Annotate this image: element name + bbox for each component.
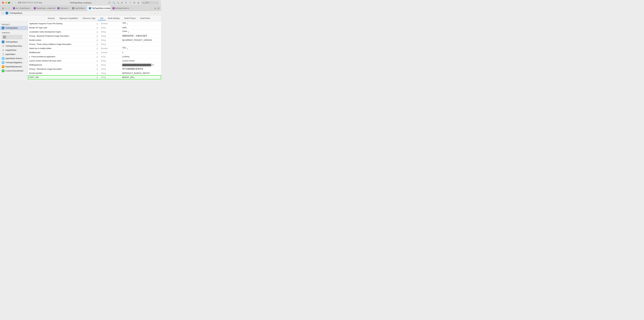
stepper-icon[interactable]: ▲▼ — [96, 39, 98, 42]
table-row[interactable]: Application Supports iTunes File Sharing… — [28, 22, 161, 26]
stepper-icon[interactable]: ▲▼ — [96, 27, 98, 29]
stepper-icon[interactable]: ▲▼ — [96, 64, 98, 66]
seg-btn-build-rules[interactable]: Build Rules — [138, 16, 152, 20]
titlebar-controls: ⊞ ‹ › 截屏 2022-07-16 17.13.57.png — [7, 2, 42, 4]
tab-icon-purple-2 — [34, 7, 36, 9]
table-row[interactable]: MOBAppSecret▲▼String████████████████████… — [28, 63, 161, 67]
nav-next-icon[interactable]: › — [157, 12, 160, 15]
zoom-in-icon[interactable]: 🔍 — [116, 2, 119, 4]
seg-btn-build-phases[interactable]: Build Phases — [122, 16, 138, 20]
tab-icon-purple-3 — [57, 7, 60, 9]
sidebar-item-thepaperwigdetext[interactable]: W ThePaperWigdetExt... — [0, 61, 28, 65]
value-stepper-icon[interactable]: ▲▼ — [127, 48, 128, 50]
tab-userdefine[interactable]: UserDefine.h — [70, 6, 87, 11]
nav-back-icon[interactable]: ‹ — [11, 2, 14, 4]
stepper-icon[interactable]: ▲▼ — [96, 35, 98, 38]
sidebar-item-paperwatch[interactable]: ⌚ paperWatch — [0, 52, 28, 56]
breadcrumb-icon — [6, 12, 8, 15]
stepper-icon[interactable]: ▲▼ — [96, 77, 98, 79]
refresh-icon[interactable]: ⇄ — [154, 7, 156, 10]
thumb-icon — [3, 36, 6, 39]
copy-icon[interactable]: ⧉ — [133, 2, 136, 4]
table-row[interactable]: Bundle identifier▲▼String$(PRODUCT_BUNDL… — [28, 71, 161, 75]
table-row[interactable]: Privacy - Microphone Usage Description▲▼… — [28, 67, 161, 71]
sidebar-toggle[interactable]: ≡ — [2, 12, 4, 14]
seg-btn-build-settings[interactable]: Build Settings — [106, 16, 122, 20]
tab-remote[interactable]: Remote.m — [56, 6, 70, 11]
table-row[interactable]: HOST_URL▲▼String$(HOST_URL) — [28, 75, 161, 79]
breadcrumb-title: ThePaperBase — [10, 12, 22, 14]
seg-btn-signing[interactable]: Signing & Capabilities — [57, 16, 80, 20]
table-row[interactable]: ▶ App Transport Security Settings▲▼Dicti… — [28, 79, 161, 80]
breadcrumb-right: ‹ ⚠ › — [150, 12, 160, 15]
sidebar-item-papernotification[interactable]: 🔔 PaperNotificationSe... — [0, 65, 28, 69]
table-row[interactable]: Localization native development region▲▼… — [28, 30, 161, 34]
search-bar[interactable]: 🔍 搜索 — [141, 1, 159, 5]
content-area: Application Supports iTunes File Sharing… — [28, 22, 161, 80]
stepper-icon[interactable]: ▲▼ — [96, 72, 98, 75]
tab-om-nuserview[interactable]: om...nUserView.m — [11, 6, 32, 11]
sidebar-item-thepaperbase-project[interactable]: A ThePaperBase — [0, 26, 28, 30]
back-icon[interactable]: ‹ — [5, 7, 7, 10]
value-stepper-icon[interactable]: ▲▼ — [127, 23, 128, 25]
stepper-icon[interactable]: ▲▼ — [96, 52, 98, 54]
stepper-icon[interactable]: ▲▼ — [96, 31, 98, 33]
target-label-6: PaperNotificationSe... — [6, 66, 23, 68]
sidebar-icon[interactable]: ⊞ — [7, 2, 10, 4]
nav-title: 截屏 2022-07-16 17.13.57.png — [18, 2, 42, 4]
tab-icon-purple — [13, 7, 15, 9]
table-row[interactable]: Bundle OS Type code▲▼StringAPPL — [28, 26, 161, 30]
target-gear-icon-1: ⚙ — [2, 45, 4, 47]
more-icon[interactable]: ⊕ — [137, 2, 140, 4]
targets-section-label: TARGETS — [0, 31, 28, 34]
split-icon[interactable]: ⊡ — [157, 7, 160, 10]
table-row[interactable]: Privacy - Photo Library Additions Usage … — [28, 42, 161, 46]
grid-icon[interactable]: ⊞ — [2, 7, 4, 10]
info-icon[interactable]: ⓘ — [108, 2, 111, 4]
tab-xcodeproj[interactable]: ThePaperBase.xcodeproj — [87, 6, 111, 11]
nav-prev-icon[interactable]: ‹ — [150, 12, 153, 15]
stepper-icon[interactable]: ▲▼ — [96, 43, 98, 46]
table-row[interactable]: Launch screen interface file base name▲▼… — [28, 59, 161, 63]
target-label-2: todayKitTests — [6, 49, 16, 51]
tab-recommen-umbercell[interactable]: Recommen...umberCell.m — [32, 6, 56, 11]
table-row[interactable]: Privacy - Bluetooth Peripheral Usage Des… — [28, 34, 161, 38]
tab-icon-purple-4 — [112, 7, 114, 9]
share-icon[interactable]: ⬆ — [120, 2, 123, 4]
nav-forward-icon[interactable]: › — [14, 2, 17, 4]
target-label-3: paperWatch — [6, 53, 15, 55]
stepper-icon[interactable]: ▲▼ — [96, 60, 98, 62]
seg-btn-general[interactable]: General — [46, 16, 57, 20]
target-widget-icon-1: W — [2, 57, 4, 60]
minimize-button[interactable] — [5, 2, 7, 4]
sidebar-item-paperwatch-ext[interactable]: W paperWatch Extensi... — [0, 56, 28, 61]
expand-arrow-icon[interactable]: ▶ — [29, 56, 31, 58]
divider-icon: | — [129, 2, 132, 4]
table-row[interactable]: MOBNetLater▲▼Number2 — [28, 51, 161, 55]
search-placeholder: 搜索 — [145, 2, 149, 4]
sidebar-item-customchannel[interactable]: C CustomChannelIntent — [0, 69, 28, 73]
stepper-icon[interactable]: ▲▼ — [96, 48, 98, 50]
sidebar-item-thepaperbasetests[interactable]: ⚙ ThePaperBaseTests — [0, 44, 28, 48]
window-title: ThePaperBase.xcodeproj — [70, 2, 92, 4]
stepper-icon[interactable]: ▲▼ — [96, 68, 98, 71]
stepper-icon[interactable]: ▲▼ — [96, 56, 98, 58]
tab-nav-left: ⊞ ‹ › — [1, 6, 11, 11]
sidebar-item-thepaperbase-target[interactable]: A ThePaperBase — [0, 40, 28, 44]
sidebar-item-todaykittests[interactable]: ⚙ todayKitTests — [0, 48, 28, 52]
tab-meviewcontrol[interactable]: MeViewControl.m — [111, 6, 131, 11]
zoom-out-icon[interactable]: 🔍 — [112, 2, 115, 4]
table-row[interactable]: Status bar is initially hidden▲▼BooleanY… — [28, 46, 161, 51]
seg-btn-info[interactable]: Info — [98, 16, 106, 20]
table-row[interactable]: Bundle version▲▼String$(CURRENT_PROJECT_… — [28, 38, 161, 42]
target-watch-icon: ⌚ — [2, 53, 4, 56]
value-stepper-icon[interactable]: ▲▼ — [128, 31, 129, 33]
target-label-1: ThePaperBaseTests — [6, 45, 22, 47]
table-row[interactable]: ▶ Fonts provided by application▲▼Array(2… — [28, 55, 161, 59]
seg-btn-resource[interactable]: Resource Tags — [80, 16, 98, 20]
info-table: Application Supports iTunes File Sharing… — [28, 22, 161, 80]
forward-icon[interactable]: › — [8, 7, 10, 10]
stepper-icon[interactable]: ▲▼ — [96, 23, 98, 25]
edit-icon[interactable]: ✎ — [125, 2, 128, 4]
close-button[interactable] — [2, 2, 4, 4]
